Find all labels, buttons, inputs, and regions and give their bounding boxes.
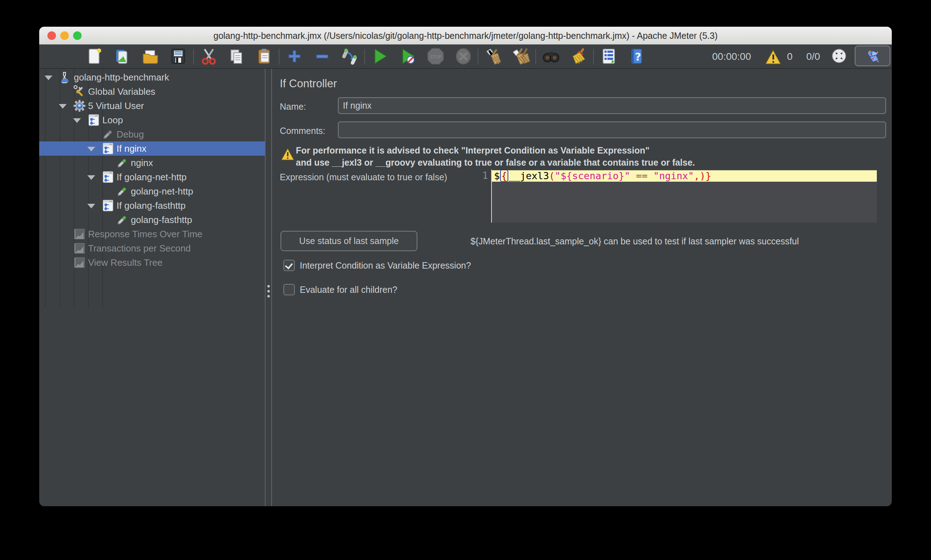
- templates-icon[interactable]: [113, 47, 132, 66]
- use-last-sample-button[interactable]: Use status of last sample: [281, 231, 418, 251]
- code-token: ,: [694, 170, 700, 182]
- comments-label: Comments:: [280, 126, 325, 136]
- expand-all-icon[interactable]: [285, 47, 304, 66]
- last-sample-hint: ${JMeterThread.last_sample_ok} can be us…: [470, 236, 799, 246]
- start-icon[interactable]: [371, 47, 389, 66]
- tree-item-view-results-tree[interactable]: View Results Tree: [39, 255, 265, 270]
- sampler-icon: [116, 213, 129, 226]
- tree-item-transactions-per-second[interactable]: Transactions per Second: [39, 241, 265, 255]
- tree-item-if-golang-fasthttp[interactable]: If golang-fasthttp: [39, 198, 265, 213]
- toolbar-separator: [535, 49, 536, 65]
- test-plan-tree: golang-http-benchmarkGlobal Variables5 V…: [39, 69, 265, 506]
- search-reset-icon[interactable]: [570, 47, 588, 66]
- clear-icon[interactable]: [484, 47, 502, 66]
- name-input[interactable]: [338, 97, 886, 114]
- tree-item-label: If nginx: [117, 143, 146, 154]
- chevron-down-icon[interactable]: [87, 175, 95, 180]
- copy-icon[interactable]: [227, 47, 246, 66]
- chevron-down-icon[interactable]: [73, 118, 81, 123]
- clear-all-icon[interactable]: [512, 47, 530, 66]
- chevron-down-icon[interactable]: [59, 104, 67, 109]
- performance-warning-text: For performance it is advised to check "…: [296, 144, 695, 169]
- warning-icon[interactable]: [765, 49, 781, 65]
- chevron-down-icon[interactable]: [87, 204, 95, 208]
- controller-icon: [102, 199, 114, 212]
- splitter-grip-dot: [267, 285, 270, 288]
- comments-input[interactable]: [338, 122, 886, 138]
- collapse-all-icon[interactable]: [313, 47, 331, 66]
- tree-item-response-times-over-time[interactable]: Response Times Over Time: [39, 227, 265, 241]
- expression-label: Expression (must evaluate to true or fal…: [280, 172, 447, 182]
- splitter[interactable]: [265, 69, 272, 506]
- toolbar-separator: [364, 49, 365, 65]
- tree-item-label: Debug: [117, 129, 144, 140]
- tree-item-label: golang-fasthttp: [131, 214, 192, 226]
- gear-icon: [73, 99, 86, 112]
- chart-icon: [73, 242, 86, 255]
- new-file-icon[interactable]: [86, 47, 104, 66]
- expression-editor[interactable]: 1 ${__jexl3("${scenario}" == "nginx",)}: [476, 169, 892, 223]
- tree-item-golang-net-http[interactable]: golang-net-http: [39, 184, 265, 198]
- check-mark-icon: [285, 261, 293, 269]
- expression-code-line[interactable]: ${__jexl3("${scenario}" == "nginx",)}: [492, 170, 877, 182]
- toggle-icon[interactable]: [341, 47, 359, 66]
- tree-item-label: View Results Tree: [88, 257, 163, 268]
- splitter-grip-dot: [267, 290, 270, 292]
- tree-item-label: golang-http-benchmark: [74, 72, 169, 83]
- code-token: (: [549, 170, 555, 182]
- remote-circle-icon[interactable]: [831, 48, 847, 64]
- svg-text:STOP: STOP: [430, 54, 441, 60]
- titlebar: golang-http-benchmark.jmx (/Users/nicola…: [39, 27, 892, 45]
- chevron-down-icon[interactable]: [45, 75, 52, 80]
- tree-item-loop[interactable]: Loop: [39, 113, 265, 127]
- toolbar-separator: [193, 49, 194, 65]
- tree-item-label: Transactions per Second: [88, 243, 191, 254]
- cut-icon[interactable]: [200, 47, 218, 66]
- search-icon[interactable]: [542, 47, 560, 66]
- toolbar: STOP ? 00:00:00 0 0/0: [39, 45, 892, 69]
- plugins-button[interactable]: [855, 46, 890, 66]
- plugins-icon: [864, 48, 882, 65]
- code-token: )}: [700, 170, 711, 182]
- tree-item-nginx[interactable]: nginx: [39, 156, 265, 170]
- tree-item-global-variables[interactable]: Global Variables: [39, 85, 265, 98]
- code-token: "nginx": [654, 170, 694, 182]
- controller-icon: [87, 114, 100, 126]
- elapsed-timer: 00:00:00: [712, 51, 751, 62]
- tree-item-golang-fasthttp[interactable]: golang-fasthttp: [39, 213, 265, 227]
- if-controller-panel: If Controller Name: Comments: For perfor…: [272, 69, 892, 506]
- page-title: If Controller: [280, 77, 337, 90]
- open-file-icon[interactable]: [141, 47, 160, 66]
- start-no-pauses-icon[interactable]: [399, 47, 417, 66]
- sampler-icon: [116, 185, 129, 198]
- warning-count: 0: [787, 51, 793, 62]
- window-title: golang-http-benchmark.jmx (/Users/nicola…: [39, 27, 892, 45]
- controller-icon: [102, 171, 114, 183]
- save-icon[interactable]: [169, 47, 188, 66]
- shutdown-icon[interactable]: [454, 47, 473, 66]
- tree-item-label: Response Times Over Time: [88, 229, 202, 240]
- help-icon[interactable]: ?: [627, 47, 646, 66]
- stop-icon[interactable]: STOP: [426, 47, 445, 66]
- toolbar-separator: [279, 49, 279, 65]
- tree-item-label: Global Variables: [88, 86, 156, 97]
- performance-warning-icon: [281, 148, 294, 162]
- sampler-gray-icon: [102, 128, 114, 141]
- checkbox-evaluate-for-all-children[interactable]: [284, 284, 295, 295]
- tree-item-if-nginx[interactable]: If nginx: [39, 142, 265, 156]
- checkbox-label: Evaluate for all children?: [300, 285, 398, 295]
- wrench-icon: [73, 85, 86, 98]
- tree-item-label: Loop: [102, 115, 123, 126]
- tree-item-golang-http-benchmark[interactable]: golang-http-benchmark: [39, 70, 265, 85]
- code-token: $: [494, 170, 500, 182]
- paste-icon[interactable]: [255, 47, 274, 66]
- chevron-down-icon[interactable]: [87, 147, 95, 151]
- checkbox-interpret-condition-as-variable-expression[interactable]: [284, 260, 295, 271]
- splitter-line: [265, 69, 265, 506]
- function-helper-icon[interactable]: [600, 47, 618, 66]
- tree-item-debug[interactable]: Debug: [39, 127, 265, 142]
- tree-item-if-golang-net-http[interactable]: If golang-net-http: [39, 170, 265, 184]
- chart-icon: [73, 228, 86, 240]
- chart-icon: [73, 256, 86, 269]
- tree-item-5-virtual-user[interactable]: 5 Virtual User: [39, 98, 265, 113]
